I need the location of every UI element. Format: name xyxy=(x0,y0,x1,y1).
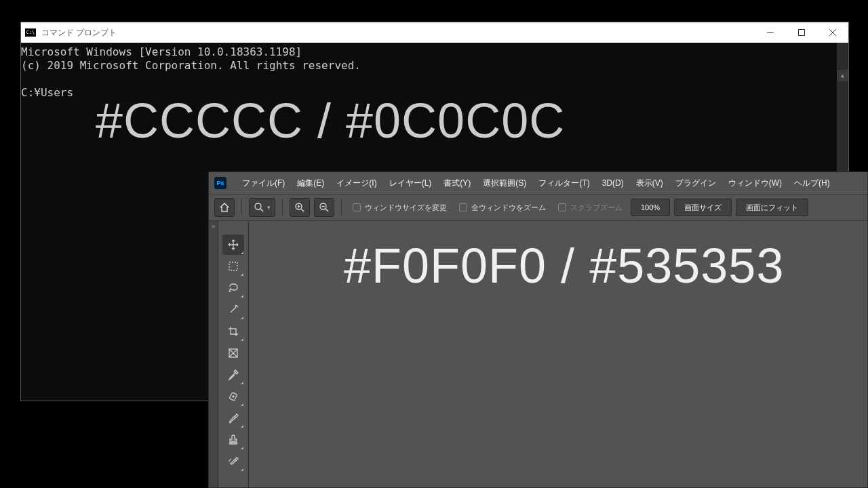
screen-size-button[interactable]: 画面サイズ xyxy=(674,199,732,216)
svg-line-14 xyxy=(231,307,236,312)
zoom-value-input[interactable]: 100% xyxy=(631,199,670,216)
photoshop-logo-icon: Ps xyxy=(214,177,226,189)
svg-point-4 xyxy=(255,203,261,209)
ps-toolbar xyxy=(218,221,249,487)
menu-select[interactable]: 選択範囲(S) xyxy=(477,178,532,189)
zoom-in-button[interactable] xyxy=(290,198,310,217)
cmd-icon: C:\ xyxy=(25,28,36,37)
cmd-line: Microsoft Windows [Version 10.0.18363.11… xyxy=(21,45,302,58)
fit-screen-button[interactable]: 画面にフィット xyxy=(736,199,808,216)
collapse-strip[interactable]: » xyxy=(209,221,218,487)
brush-tool-icon[interactable] xyxy=(222,408,244,428)
ps-color-overlay: #F0F0F0 / #535353 xyxy=(344,238,784,293)
zoom-all-checkbox[interactable]: 全ウィンドウをズーム xyxy=(455,203,550,213)
lasso-tool-icon[interactable] xyxy=(222,278,244,298)
magic-wand-tool-icon[interactable] xyxy=(222,300,244,320)
menu-filter[interactable]: フィルター(T) xyxy=(532,178,595,189)
scrub-label: スクラブズーム xyxy=(570,203,623,213)
eyedropper-tool-icon[interactable] xyxy=(222,365,244,385)
menu-file[interactable]: ファイル(F) xyxy=(236,178,291,189)
zoom-tool-icon[interactable]: ▾ xyxy=(249,198,275,217)
separator xyxy=(282,199,283,216)
svg-line-12 xyxy=(326,209,328,211)
cmd-title: コマンド プロンプト xyxy=(41,27,117,39)
menu-layer[interactable]: レイヤー(L) xyxy=(383,178,438,189)
menu-plugin[interactable]: プラグイン xyxy=(669,178,722,189)
photoshop-window: Ps ファイル(F) 編集(E) イメージ(I) レイヤー(L) 書式(Y) 選… xyxy=(208,171,868,488)
menu-3d[interactable]: 3D(D) xyxy=(596,178,630,188)
menu-view[interactable]: 表示(V) xyxy=(630,178,669,189)
resize-window-checkbox[interactable]: ウィンドウサイズを変更 xyxy=(349,203,451,213)
ps-canvas[interactable]: #F0F0F0 / #535353 xyxy=(249,221,867,487)
ps-main: » xyxy=(209,221,867,487)
zoom-out-button[interactable] xyxy=(314,198,334,217)
menu-edit[interactable]: 編集(E) xyxy=(291,178,330,189)
checkbox-icon xyxy=(459,203,467,211)
cmd-line: (c) 2019 Microsoft Corporation. All righ… xyxy=(21,59,361,72)
move-tool-icon[interactable] xyxy=(222,235,244,255)
svg-rect-13 xyxy=(229,262,237,270)
resize-label: ウィンドウサイズを変更 xyxy=(365,203,447,213)
menu-window[interactable]: ウィンドウ(W) xyxy=(722,178,788,189)
stamp-tool-icon[interactable] xyxy=(222,430,244,450)
ps-options-bar: ▾ ウィンドウサイズを変更 全ウィンドウをズーム スクラブズーム 100% 画面… xyxy=(209,194,867,221)
zoomall-label: 全ウィンドウをズーム xyxy=(471,203,546,213)
svg-line-5 xyxy=(260,209,263,211)
svg-rect-1 xyxy=(799,30,805,36)
menu-image[interactable]: イメージ(I) xyxy=(330,178,382,189)
healing-brush-tool-icon[interactable] xyxy=(222,386,244,407)
cmd-prompt: C:¥Users xyxy=(21,86,73,99)
window-controls xyxy=(755,22,848,43)
scrub-zoom-checkbox: スクラブズーム xyxy=(554,203,627,213)
menu-help[interactable]: ヘルプ(H) xyxy=(788,178,836,189)
close-button[interactable] xyxy=(817,22,848,43)
minimize-button[interactable] xyxy=(755,22,786,43)
checkbox-icon xyxy=(353,203,361,211)
svg-line-9 xyxy=(301,209,304,211)
history-brush-tool-icon[interactable] xyxy=(222,451,244,472)
marquee-tool-icon[interactable] xyxy=(222,256,244,277)
cmd-color-overlay: #CCCCC / #0C0C0C xyxy=(96,114,565,127)
checkbox-icon xyxy=(558,203,566,211)
separator xyxy=(241,199,242,216)
frame-tool-icon[interactable] xyxy=(222,343,244,363)
crop-tool-icon[interactable] xyxy=(222,321,244,342)
menu-type[interactable]: 書式(Y) xyxy=(437,178,477,189)
ps-menubar: Ps ファイル(F) 編集(E) イメージ(I) レイヤー(L) 書式(Y) 選… xyxy=(209,172,867,194)
scroll-up-icon[interactable]: ▲ xyxy=(837,70,848,81)
separator xyxy=(341,199,342,216)
cmd-titlebar[interactable]: C:\ コマンド プロンプト xyxy=(21,22,848,43)
maximize-button[interactable] xyxy=(786,22,817,43)
home-button[interactable] xyxy=(214,198,235,217)
